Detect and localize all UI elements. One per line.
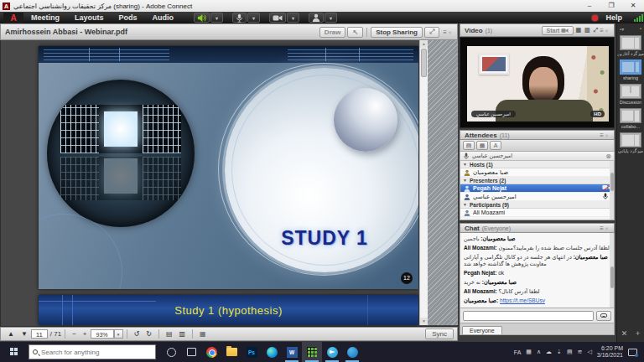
photoshop-icon[interactable]: Ps (242, 342, 262, 362)
slide-current[interactable]: STUDY 1 12 (39, 46, 418, 289)
minimize-button[interactable]: – (579, 0, 600, 12)
speaker-dropdown[interactable]: ▾ (210, 13, 223, 23)
status-icon[interactable] (309, 13, 324, 23)
scroll-up-icon[interactable]: ▲ (420, 40, 428, 48)
volume-icon[interactable]: ◁ (587, 349, 591, 355)
telegram-icon[interactable] (322, 342, 342, 362)
file-explorer-icon[interactable] (221, 342, 242, 362)
layout-item-sharing[interactable]: sharing (620, 59, 641, 80)
layout-item-discussion[interactable]: Discussion (620, 84, 642, 105)
attendee-list-view-icon[interactable]: ▤ (463, 141, 475, 150)
status-dropdown[interactable]: ▾ (325, 13, 337, 23)
hosts-section-header[interactable]: ▼Hosts (1) (460, 161, 614, 168)
menu-meeting[interactable]: Meeting (23, 12, 67, 23)
cortana-icon[interactable] (161, 342, 181, 362)
webcam-icon[interactable] (269, 13, 286, 23)
zoom-in-icon[interactable]: + (80, 330, 91, 338)
taskbar-clock[interactable]: 6:20 PM 3/16/2021 (597, 345, 623, 359)
fit-width-icon[interactable]: ▥ (176, 330, 190, 338)
attendees-pod-menu-icon[interactable]: ≡▾ (600, 132, 610, 139)
zoom-out-icon[interactable]: − (69, 330, 80, 338)
sidebar-maximize-icon[interactable]: ▪ (640, 26, 641, 32)
sidebar-menu-icon[interactable]: ▪▾ (620, 26, 624, 32)
share-pod-menu-icon[interactable]: ≡▾ (443, 28, 453, 36)
usb-eject-icon[interactable]: ⇣ (557, 349, 562, 355)
presenters-section-header[interactable]: ▼Presenters (2) (460, 177, 614, 184)
skype-icon[interactable] (342, 342, 362, 362)
fit-page-icon[interactable]: ▤ (163, 330, 176, 338)
attendee-sort-icon[interactable]: A (490, 141, 501, 150)
menu-audio[interactable]: Audio (145, 12, 182, 23)
onedrive-cloud-icon[interactable]: ☁ (546, 349, 552, 355)
speaker-icon[interactable] (194, 13, 210, 23)
webcam-dropdown[interactable]: ▾ (287, 13, 299, 23)
layout-item-closing[interactable]: میزگرد پایانی (618, 132, 643, 153)
action-center-icon[interactable] (628, 349, 637, 356)
webcam-video[interactable]: اميرحسين عباسي HD (467, 46, 609, 122)
video-fullscreen-icon[interactable]: ⤢ (592, 27, 600, 34)
chat-message-input[interactable] (463, 311, 594, 321)
menu-layouts[interactable]: Layouts (67, 12, 112, 23)
edge-icon[interactable] (262, 342, 282, 362)
participants-section-header[interactable]: ▼Participants (9) (460, 201, 614, 209)
layout-item-collaboration[interactable]: collabo... (620, 108, 641, 129)
attendees-scrollbar[interactable] (610, 161, 614, 220)
menu-pods[interactable]: Pods (112, 12, 145, 23)
maximize-button[interactable]: ❐ (600, 0, 622, 12)
zoom-dropdown-icon[interactable]: ▾ (114, 329, 123, 339)
page-up-icon[interactable]: ▲ (4, 330, 18, 338)
dismiss-speaker-icon[interactable]: ⊗ (605, 153, 611, 160)
attendees-scrollbar-thumb[interactable] (610, 173, 614, 191)
keyboard-icon[interactable]: ▦ (526, 349, 532, 355)
grid-view-icon[interactable]: ▦ (574, 27, 583, 34)
filmstrip-view-icon[interactable]: ▥ (583, 27, 592, 34)
attendee-row-presenter[interactable]: اميرحسين عباسي (460, 193, 614, 201)
share-scrollbar[interactable]: ▲ ▼ (419, 40, 428, 325)
chrome-icon[interactable] (201, 342, 221, 362)
network-icon[interactable]: ≋ (578, 349, 583, 355)
slide-next-preview[interactable]: Study 1 (hypothesis) (39, 295, 418, 325)
tab-everyone[interactable]: Everyone (462, 326, 502, 334)
sync-button[interactable]: Sync (425, 328, 454, 339)
chat-pod-menu-icon[interactable]: ≡▾ (600, 225, 610, 232)
scroll-down-icon[interactable]: ▼ (420, 318, 428, 325)
close-button[interactable]: ✕ (622, 0, 644, 12)
help-menu[interactable]: Help (598, 12, 630, 23)
microphone-dropdown[interactable]: ▾ (247, 13, 260, 23)
fullscreen-icon[interactable]: ⤢ (424, 27, 439, 38)
adobe-connect-taskbar-icon[interactable] (302, 342, 322, 362)
attendee-row-participant[interactable]: Ali Moazami (460, 209, 614, 217)
chat-scrollbar[interactable] (610, 233, 614, 308)
start-webcam-button[interactable]: Start (542, 26, 574, 35)
pointer-tool-button[interactable]: ↖ (347, 27, 363, 38)
layout-item-opening[interactable]: میزگرد آغازین (617, 35, 644, 56)
rotate-left-icon[interactable]: ↺ (131, 330, 143, 338)
microphone-icon[interactable] (232, 13, 247, 23)
attendee-grid-view-icon[interactable]: ▦ (476, 141, 488, 150)
add-layout-icon[interactable]: + (636, 329, 640, 338)
overlay-grid-icon[interactable]: ▦ (196, 330, 210, 338)
page-down-icon[interactable]: ▼ (18, 330, 31, 338)
zoom-level-value[interactable]: 93% (91, 329, 114, 339)
rotate-right-icon[interactable]: ↻ (143, 330, 155, 338)
start-button[interactable] (0, 342, 29, 362)
attendee-row-host[interactable]: صبا معصوميان (460, 168, 614, 177)
taskbar-search[interactable] (29, 344, 156, 359)
word-icon[interactable]: W (282, 342, 302, 362)
send-message-button[interactable] (596, 311, 611, 321)
layout-tools-icon[interactable]: ✕ (621, 329, 628, 338)
page-number-input[interactable]: 11 (31, 329, 48, 339)
chat-link[interactable]: https://t.me/SBUsv (500, 297, 545, 303)
connection-signal-icon[interactable] (634, 14, 644, 22)
language-indicator[interactable]: FA (514, 349, 522, 355)
draw-button[interactable]: Draw (319, 27, 346, 38)
task-view-icon[interactable] (181, 342, 201, 362)
video-pod-menu-icon[interactable]: ≡▾ (600, 27, 610, 34)
search-input[interactable] (41, 349, 152, 356)
share-scrollbar-thumb[interactable] (421, 49, 427, 77)
attendee-row-presenter-selected[interactable]: Pegah Nejat (460, 184, 614, 193)
tray-app-icon[interactable]: ▤ (567, 349, 573, 355)
chat-scrollbar-thumb[interactable] (610, 266, 614, 288)
stop-sharing-button[interactable]: Stop Sharing (371, 27, 423, 38)
hidden-icons-chevron[interactable]: ∧ (537, 349, 541, 355)
